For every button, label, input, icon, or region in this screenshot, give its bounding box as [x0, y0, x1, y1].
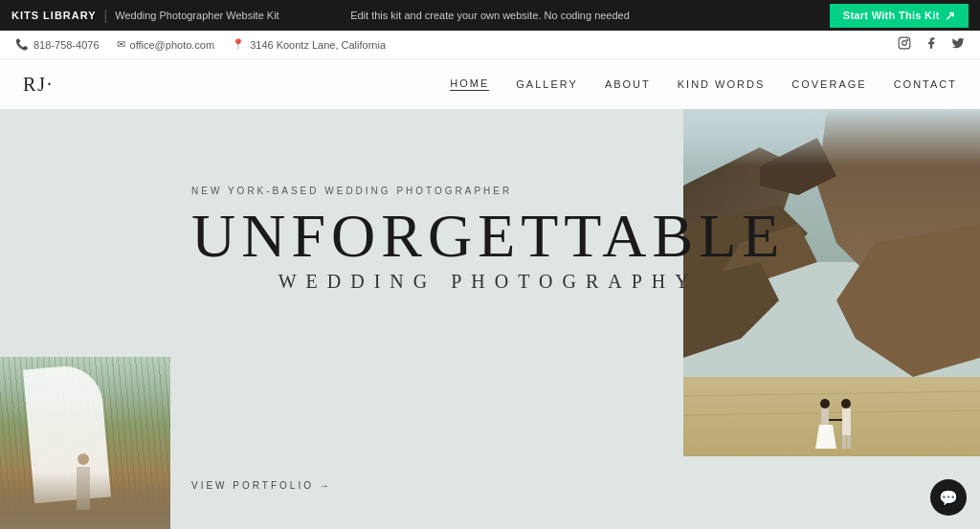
phone-icon: 📞 — [15, 38, 29, 51]
twitter-link[interactable] — [951, 36, 965, 53]
instagram-link[interactable] — [898, 36, 911, 53]
hero-subtitle: NEW YORK-BASED WEDDING PHOTOGRAPHER — [191, 186, 785, 196]
svg-rect-21 — [847, 435, 851, 449]
location-icon: 📍 — [232, 38, 245, 51]
nav-link-contact[interactable]: CONTACT — [894, 78, 957, 90]
hero-photo-left — [0, 357, 170, 529]
nav-links: HOME GALLERY ABOUT KIND WORDS COVERAGE C… — [450, 77, 957, 91]
address-text: 3146 Koontz Lane, California — [250, 39, 386, 51]
chat-button[interactable]: 💬 — [930, 479, 967, 516]
svg-point-2 — [907, 39, 908, 40]
svg-point-15 — [820, 399, 830, 408]
info-bar: 📞 818-758-4076 ✉ office@photo.com 📍 3146… — [0, 31, 980, 59]
hero-text-block: NEW YORK-BASED WEDDING PHOTOGRAPHER UNFO… — [191, 186, 785, 293]
svg-point-1 — [902, 41, 907, 46]
hero-main-heading: UNFORGETTABLE — [191, 206, 785, 267]
figure-head — [78, 453, 89, 465]
nav-link-coverage[interactable]: COVERAGE — [791, 78, 866, 90]
nav-link-kind-words[interactable]: KIND WORDS — [678, 78, 766, 90]
site-logo[interactable]: RJ· — [23, 74, 54, 96]
photo-right-sky — [683, 109, 980, 166]
figure-body — [77, 467, 90, 510]
email-icon: ✉ — [117, 38, 125, 51]
nav-link-about[interactable]: ABOUT — [605, 78, 651, 90]
top-bar-separator: | — [104, 8, 108, 23]
svg-point-18 — [841, 399, 851, 408]
svg-rect-0 — [899, 37, 910, 49]
top-bar-left: KITS LIBRARY | Wedding Photographer Webs… — [11, 8, 279, 23]
kit-name-label: Wedding Photographer Website Kit — [115, 10, 278, 21]
view-portfolio-link[interactable]: VIEW PORTFOLIO — [191, 480, 332, 491]
svg-rect-20 — [842, 435, 846, 449]
phone-number: 818-758-4076 — [33, 39, 100, 51]
start-btn-arrow-icon: ↗ — [945, 9, 955, 23]
instagram-icon — [898, 37, 911, 53]
nav-bar: RJ· HOME GALLERY ABOUT KIND WORDS COVERA… — [0, 59, 980, 109]
start-with-kit-button[interactable]: Start With This Kit ↗ — [830, 4, 969, 28]
start-btn-label: Start With This Kit — [843, 10, 940, 21]
facebook-link[interactable] — [924, 36, 938, 53]
hero-sub-heading: WEDDING PHOTOGRAPHY — [191, 271, 785, 293]
facebook-icon — [924, 37, 938, 53]
chat-icon: 💬 — [939, 489, 958, 507]
top-bar: KITS LIBRARY | Wedding Photographer Webs… — [0, 0, 980, 31]
twitter-icon — [951, 37, 965, 53]
svg-rect-19 — [842, 408, 851, 435]
phone-info: 📞 818-758-4076 — [15, 38, 100, 51]
top-bar-center-text: Edit this kit and create your own websit… — [350, 10, 630, 21]
info-bar-social — [898, 36, 965, 53]
email-info: ✉ office@photo.com — [117, 38, 215, 51]
hero-section: NEW YORK-BASED WEDDING PHOTOGRAPHER UNFO… — [0, 109, 980, 529]
kits-library-label[interactable]: KITS LIBRARY — [11, 10, 97, 21]
nav-link-gallery[interactable]: GALLERY — [516, 78, 578, 90]
nav-link-home[interactable]: HOME — [450, 77, 489, 91]
email-address: office@photo.com — [130, 39, 215, 51]
person-figure — [77, 453, 90, 510]
address-info: 📍 3146 Koontz Lane, California — [232, 38, 386, 51]
info-bar-left: 📞 818-758-4076 ✉ office@photo.com 📍 3146… — [15, 38, 386, 51]
